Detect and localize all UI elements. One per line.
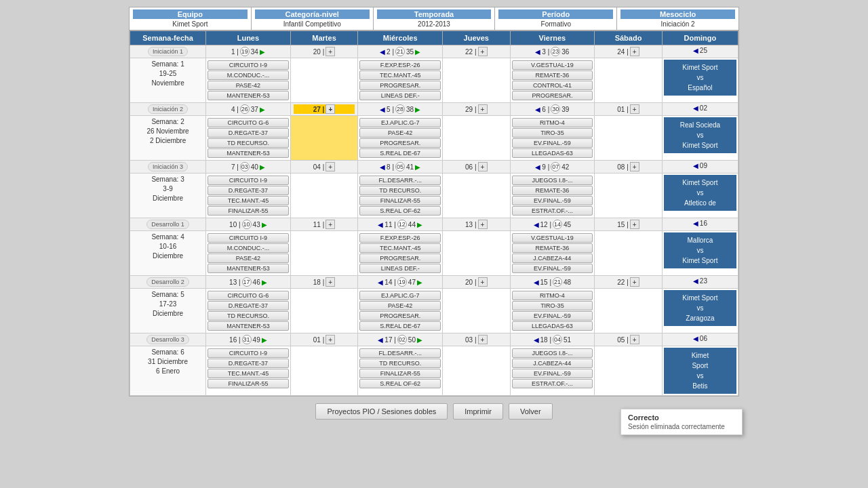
session-button[interactable]: PASE-42 [359, 128, 441, 138]
session-button[interactable]: TD RECURSO. [359, 359, 441, 368]
match-info: KimetSportvsBetis [664, 348, 736, 394]
session-button[interactable]: FINALIZAR-55 [208, 206, 289, 216]
martes-plus[interactable]: + [326, 47, 335, 56]
sabado-num-row: 08 | + [597, 162, 659, 171]
session-button[interactable]: LLEGADAS-63 [512, 148, 593, 158]
session-button[interactable]: FL.DESARR.-... [359, 176, 441, 185]
martes-plus[interactable]: + [326, 162, 335, 171]
martes-plus[interactable]: + [326, 277, 335, 287]
col-domingo: Domingo [662, 31, 738, 45]
session-button[interactable]: D.REGATE-37 [208, 301, 289, 310]
session-button[interactable]: EV.FINAL.-59 [512, 196, 593, 205]
session-button[interactable]: TEC.MANT.-45 [208, 196, 289, 205]
volver-button[interactable]: Volver [509, 403, 553, 420]
session-button[interactable]: RITMO-4 [512, 291, 593, 300]
session-button[interactable]: PASE-42 [208, 81, 289, 90]
session-button[interactable]: J.CABEZA-44 [512, 253, 593, 263]
session-button[interactable]: M.CONDUC.-... [208, 243, 289, 253]
sabado-plus[interactable]: + [630, 277, 639, 287]
session-button[interactable]: LINEAS DEF.- [359, 91, 441, 100]
session-button[interactable]: FINALIZAR-55 [359, 369, 441, 378]
session-button[interactable]: LINEAS DEF.- [359, 264, 441, 273]
session-button[interactable]: TEC.MANT.-45 [208, 369, 289, 378]
jueves-plus[interactable]: + [478, 162, 488, 171]
session-button[interactable]: EJ.APLIC.G-7 [359, 118, 441, 127]
martes-num-row: 01 | + [294, 335, 355, 344]
session-button[interactable]: FL.DESARR.-... [359, 348, 441, 358]
session-button[interactable]: FINALIZAR-55 [208, 379, 289, 388]
session-button[interactable]: PROGRESAR. [359, 253, 441, 263]
session-button[interactable]: V.GESTUAL-19 [512, 60, 593, 70]
session-button[interactable]: MANTENER-53 [208, 321, 289, 331]
session-button[interactable]: CIRCUITO I-9 [208, 60, 289, 70]
session-button[interactable]: PROGRESAR. [359, 81, 441, 90]
session-button[interactable]: S.REAL OF-62 [359, 206, 441, 216]
session-button[interactable]: CIRCUITO I-9 [208, 176, 289, 185]
session-button[interactable]: EV.FINAL.-59 [512, 264, 593, 273]
session-button[interactable]: J.CABEZA-44 [512, 359, 593, 368]
sabado-plus[interactable]: + [630, 104, 639, 114]
session-button[interactable]: PASE-42 [359, 301, 441, 310]
session-button[interactable]: JUEGOS I.8-... [512, 348, 593, 358]
session-button[interactable]: TD RECURSO. [359, 186, 441, 195]
miercoles-sessions: F.EXP.ESP.-26TEC.MANT.-45PROGRESAR.LINEA… [358, 231, 443, 276]
session-button[interactable]: EJ.APLIC.G-7 [359, 291, 441, 300]
jueves-plus[interactable]: + [478, 220, 488, 229]
session-button[interactable]: CIRCUITO I-9 [208, 348, 289, 358]
session-button[interactable]: M.CONDUC.-... [208, 70, 289, 80]
sabado-plus[interactable]: + [630, 162, 639, 171]
session-button[interactable]: PROGRESAR. [512, 91, 593, 100]
session-button[interactable]: ESTRAT.OF.-... [512, 379, 593, 388]
session-button[interactable]: REMATE-36 [512, 70, 593, 80]
session-button[interactable]: TIRO-35 [512, 301, 593, 310]
session-button[interactable]: D.REGATE-37 [208, 128, 289, 138]
jueves-plus[interactable]: + [478, 47, 488, 56]
session-button[interactable]: D.REGATE-37 [208, 359, 289, 368]
session-button[interactable]: EV.FINAL.-59 [512, 369, 593, 378]
col-lunes: Lunes [206, 31, 291, 45]
session-button[interactable]: TIRO-35 [512, 128, 593, 138]
session-button[interactable]: ESTRAT.OF.-... [512, 206, 593, 216]
session-button[interactable]: F.EXP.ESP.-26 [359, 60, 441, 70]
session-button[interactable]: REMATE-36 [512, 186, 593, 195]
martes-plus[interactable]: + [326, 335, 335, 344]
sabado-plus[interactable]: + [630, 47, 639, 56]
jueves-plus[interactable]: + [478, 335, 488, 344]
session-button[interactable]: PROGRESAR. [359, 311, 441, 321]
session-button[interactable]: TEC.MANT.-45 [359, 70, 441, 80]
martes-plus[interactable]: + [326, 220, 335, 229]
session-button[interactable]: EV.FINAL.-59 [512, 311, 593, 321]
session-button[interactable]: REMATE-36 [512, 243, 593, 253]
session-button[interactable]: D.REGATE-37 [208, 186, 289, 195]
session-button[interactable]: PROGRESAR. [359, 138, 441, 148]
session-button[interactable]: V.GESTUAL-19 [512, 233, 593, 243]
session-button[interactable]: CONTROL-41 [512, 81, 593, 90]
session-button[interactable]: F.EXP.ESP.-26 [359, 233, 441, 243]
session-button[interactable]: TD RECURSO. [208, 138, 289, 148]
session-button[interactable]: TEC.MANT.-45 [359, 243, 441, 253]
session-button[interactable]: S.REAL DE-67 [359, 321, 441, 331]
imprimir-button[interactable]: Imprimir [453, 403, 503, 420]
session-button[interactable]: S.REAL OF-62 [359, 379, 441, 388]
jueves-plus[interactable]: + [478, 277, 488, 287]
sabado-plus[interactable]: + [630, 335, 639, 344]
session-button[interactable]: MANTENER-53 [208, 264, 289, 273]
session-button[interactable]: MANTENER-53 [208, 91, 289, 100]
session-button[interactable]: LLEGADAS-63 [512, 321, 593, 331]
martes-plus[interactable]: + [326, 104, 335, 114]
session-button[interactable]: TD RECURSO. [208, 311, 289, 321]
session-button[interactable]: EV.FINAL.-59 [512, 138, 593, 148]
session-button[interactable]: S.REAL DE-67 [359, 148, 441, 158]
session-button[interactable]: JUEGOS I.8-... [512, 176, 593, 185]
session-button[interactable]: MANTENER-53 [208, 148, 289, 158]
session-button[interactable]: RITMO-4 [512, 118, 593, 127]
sabado-plus[interactable]: + [630, 220, 639, 229]
session-button[interactable]: PASE-42 [208, 253, 289, 263]
jueves-plus[interactable]: + [478, 104, 488, 114]
lunes-sessions: CIRCUITO G-6D.REGATE-37TD RECURSO.MANTEN… [206, 289, 291, 333]
session-button[interactable]: CIRCUITO G-6 [208, 291, 289, 300]
session-button[interactable]: CIRCUITO I-9 [208, 233, 289, 243]
session-button[interactable]: FINALIZAR-55 [359, 196, 441, 205]
session-button[interactable]: CIRCUITO G-6 [208, 118, 289, 127]
proyectos-button[interactable]: Proyectos PIO / Sesiones dobles [315, 403, 448, 420]
